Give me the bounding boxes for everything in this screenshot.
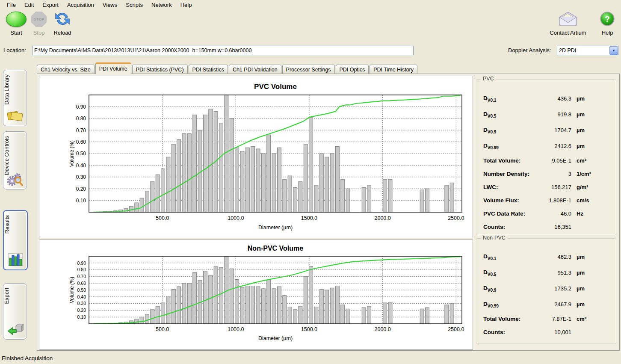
svg-text:0.10: 0.10 (77, 314, 86, 320)
stat-label: Total Volume: (483, 316, 535, 322)
location-input[interactable] (32, 46, 414, 55)
stat-label: Total Volume: (483, 157, 535, 164)
stat-row: DV0.992412.6µm (476, 138, 616, 154)
toolbar: Start STOP Stop Reload Contact (0, 10, 621, 43)
chart-icon (4, 252, 27, 267)
tab-ch1-pdi-validation[interactable]: Ch1 PDI Validation (229, 65, 281, 74)
stat-unit: cm/s (571, 197, 616, 204)
stat-row: Volume Flux:1.808E-1cm/s (476, 194, 616, 207)
stat-row: Counts:10,001 (476, 326, 616, 339)
stat-value: 436.3 (535, 95, 571, 102)
svg-text:0.50: 0.50 (76, 151, 86, 157)
reload-button[interactable]: Reload (50, 10, 75, 36)
contact-artium-button[interactable]: Contact Artium (546, 10, 590, 36)
tab-processor-settings[interactable]: Processor Settings (282, 65, 335, 74)
svg-text:1000.0: 1000.0 (228, 215, 244, 221)
sidebar-item-data-library[interactable]: Data Library (3, 70, 27, 126)
svg-text:0.80: 0.80 (77, 267, 86, 272)
stop-button-label: Stop (33, 30, 45, 36)
stat-row: DV0.992467.9µm (476, 296, 616, 312)
location-label: Location: (3, 47, 26, 53)
svg-text:0.20: 0.20 (77, 308, 86, 313)
svg-text:0.70: 0.70 (76, 127, 86, 133)
stat-label: DV0.1 (483, 95, 535, 103)
svg-text:0.20: 0.20 (76, 186, 86, 192)
menu-item-edit[interactable]: Edit (20, 1, 38, 9)
menu-item-scripts[interactable]: Scripts (121, 1, 147, 9)
stat-label: DV0.9 (483, 127, 535, 134)
svg-text:0.10: 0.10 (76, 198, 86, 204)
stat-value: 1735.2 (535, 285, 571, 292)
tab-pdi-time-history[interactable]: PDI Time History (370, 65, 417, 74)
menu-item-views[interactable]: Views (98, 1, 121, 9)
sidebar-item-results[interactable]: Results (3, 210, 28, 270)
stat-label: DV0.1 (483, 253, 535, 261)
stat-row: Total Volume:9.05E-1cm³ (476, 154, 616, 167)
stat-row: PVC Data Rate:46.0Hz (476, 207, 616, 220)
tab-pdi-statistics[interactable]: PDI Statistics (189, 65, 228, 74)
doppler-analysis-value: 2D PDI (557, 47, 609, 53)
stat-row: DV0.1436.3µm (476, 91, 616, 107)
svg-text:0.30: 0.30 (76, 174, 86, 180)
stat-row: DV0.5919.8µm (476, 107, 616, 122)
stat-unit: cm³ (571, 316, 616, 322)
svg-text:500.0: 500.0 (156, 326, 169, 332)
svg-text:0.90: 0.90 (77, 260, 86, 266)
svg-text:2000.0: 2000.0 (374, 326, 390, 332)
stat-value: 9.05E-1 (535, 157, 571, 164)
tab-pdi-optics[interactable]: PDI Optics (336, 65, 369, 74)
stat-unit: Hz (571, 210, 616, 217)
stat-row: DV0.91704.7µm (476, 122, 616, 138)
stat-unit: µm (571, 301, 616, 308)
menu-item-file[interactable]: File (3, 1, 20, 9)
stat-label: DV0.99 (483, 142, 535, 150)
sidebar-item-device-controls[interactable]: Device Controls (3, 131, 27, 189)
chart-canvas: 0.100.200.300.400.500.600.700.800.90500.… (39, 76, 472, 237)
stat-label: Counts: (483, 329, 535, 335)
menu-item-acquisition[interactable]: Acquisition (63, 1, 98, 9)
menu-item-network[interactable]: Network (147, 1, 176, 9)
stop-icon: STOP (31, 12, 47, 27)
tab-pdi-volume[interactable]: PDI Volume (95, 62, 131, 74)
chart-canvas: 0.100.200.300.400.500.600.700.800.90500.… (39, 240, 472, 349)
sidebar-item-export[interactable]: Export (3, 283, 27, 340)
doppler-analysis-select[interactable]: 2D PDI ▼ (557, 46, 618, 55)
start-button[interactable]: Start (4, 10, 28, 36)
start-button-label: Start (10, 30, 22, 36)
stat-unit: µm (571, 95, 616, 102)
sidebar-item-label: Data Library (3, 74, 27, 105)
stat-label: DV0.99 (483, 301, 535, 308)
stat-row: Total Volume:7.87E-1cm³ (476, 312, 616, 326)
tab-ch1-velocity-vs-size[interactable]: Ch1 Velocity vs. Size (37, 65, 95, 74)
help-button[interactable]: ? Help (596, 10, 618, 36)
pvc-stats-panel: PVC DV0.1436.3µmDV0.5919.8µmDV0.91704.7µ… (476, 79, 616, 235)
svg-text:0.70: 0.70 (77, 274, 86, 279)
stat-unit: µm (571, 127, 616, 133)
svg-text:0.60: 0.60 (77, 281, 86, 286)
stat-unit: 1/cm³ (571, 171, 616, 177)
sidebar-item-label: Device Controls (3, 136, 27, 175)
stat-label: DV0.9 (483, 285, 535, 293)
stat-unit: µm (571, 254, 616, 260)
stat-label: Volume Flux: (483, 197, 535, 204)
chevron-down-icon[interactable]: ▼ (609, 46, 618, 55)
stat-row: DV0.91735.2µm (476, 281, 616, 296)
envelope-icon (557, 10, 579, 29)
start-icon (6, 12, 27, 27)
stat-row: DV0.5951.3µm (476, 265, 616, 281)
svg-text:Diameter (µm): Diameter (µm) (258, 225, 293, 231)
svg-text:0.40: 0.40 (77, 294, 86, 299)
stat-value: 462.3 (535, 254, 571, 260)
tab-pdi-statistics-pvc-[interactable]: PDI Statistics (PVC) (132, 65, 188, 74)
stat-row: LWC:156.217g/m³ (476, 181, 616, 194)
stat-unit: µm (571, 111, 616, 118)
stat-label: LWC: (483, 184, 535, 190)
menu-item-export[interactable]: Export (38, 1, 63, 9)
stat-value: 46.0 (535, 210, 571, 217)
stop-button[interactable]: STOP Stop (29, 10, 49, 36)
svg-text:Diameter (µm): Diameter (µm) (258, 335, 293, 341)
stat-label: Counts: (483, 224, 535, 230)
stat-row: Counts:16,351 (476, 220, 616, 234)
menu-item-help[interactable]: Help (176, 1, 196, 9)
svg-text:2500.0: 2500.0 (448, 326, 464, 332)
